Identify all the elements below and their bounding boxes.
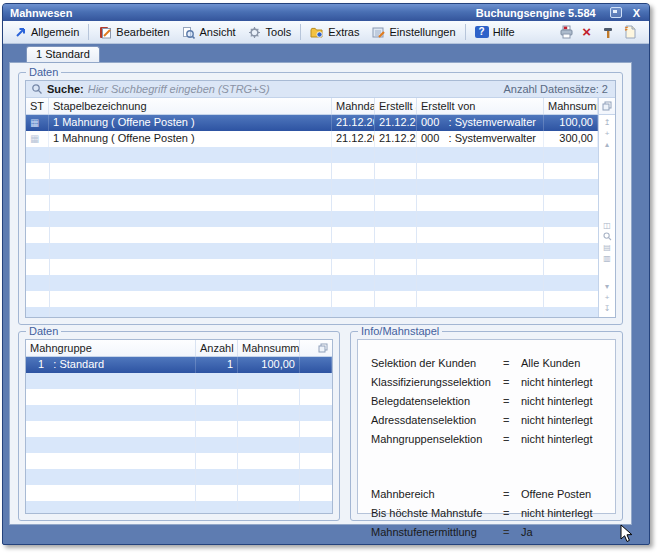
extras-icon — [310, 26, 324, 39]
table-row[interactable]: ▦ 1 Mahnung ( Offene Posten ) 21.12.2016… — [26, 115, 598, 131]
cell-erstellt-am: 21.12.2016 — [375, 115, 417, 131]
menu-einstellungen[interactable]: Einstellungen — [365, 24, 461, 41]
info-label: Klassifizierungsselektion — [371, 376, 503, 388]
table-side-toolbar: ↥ + ▴ ◫ ▤ ▥ ▾ + ↧ — [598, 98, 615, 317]
groupbox-label: Info/Mahnstapel — [358, 325, 442, 337]
menu-extras[interactable]: Extras — [304, 24, 365, 41]
info-separator: = — [503, 488, 521, 500]
info-value: nicht hinterlegt — [521, 414, 593, 426]
info-mahnstapel-groupbox: Info/Mahnstapel Selektion der Kunden = A… — [350, 331, 623, 521]
scroll-to-bottom-icon[interactable]: ↧ — [604, 304, 611, 313]
menu-separator — [300, 24, 301, 40]
help-icon: ? — [475, 26, 489, 38]
menu-label: Hilfe — [493, 26, 515, 38]
tab-strip: 1 Standard — [3, 44, 649, 62]
mahngruppe-table-panel: Mahngruppe Anzahl Mahnsumme € 1 : Standa… — [25, 339, 333, 514]
col-header-mahnsumme[interactable]: Mahnsumme € — [544, 98, 598, 114]
view-icon — [182, 26, 196, 39]
tools-icon — [248, 26, 262, 39]
menu-hilfe[interactable]: ? Hilfe — [469, 24, 521, 40]
search-bar: Suche: Anzahl Datensätze: 2 — [26, 81, 615, 98]
menu-allgemein[interactable]: Allgemein — [7, 24, 85, 41]
cell-mahnsumme: 300,00 — [544, 131, 598, 147]
info-label: Mahnbereich — [371, 488, 503, 500]
mahngruppe-groupbox: Daten Mahngruppe Anzahl Mahnsumme € 1 : … — [18, 331, 340, 521]
info-label: Belegdatenselektion — [371, 395, 503, 407]
col-header-stapelbezeichnung[interactable]: Stapelbezeichnung — [49, 98, 332, 114]
info-label: Bis höchste Mahnstufe — [371, 507, 503, 519]
scroll-up-icon[interactable]: ▴ — [605, 140, 609, 149]
scroll-to-top-icon[interactable]: ↥ — [604, 118, 611, 127]
info-value: nicht hinterlegt — [521, 395, 593, 407]
col-header-mahnsumme[interactable]: Mahnsumme € — [238, 340, 300, 356]
col-header-erstellt-von[interactable]: Erstellt von — [417, 98, 544, 114]
cell-mahndatum: 21.12.2016 — [332, 131, 375, 147]
delete-icon[interactable]: × — [582, 26, 591, 38]
tab-standard[interactable]: 1 Standard — [26, 46, 100, 62]
magnifier-icon[interactable] — [603, 232, 612, 241]
mahnstapel-table-panel: Suche: Anzahl Datensätze: 2 ST Stapelbez… — [25, 80, 616, 318]
engine-version-label: Buchungsengine 5.584 — [476, 7, 596, 19]
column-select-icon[interactable]: ◫ — [603, 221, 611, 230]
menu-tools[interactable]: Tools — [242, 24, 298, 41]
cell-erstellt-von: 000 : Systemverwalter — [417, 115, 544, 131]
content-panel: Daten Suche: Anzahl Datensätze: 2 ST Sta… — [9, 62, 632, 525]
info-separator: = — [503, 526, 521, 538]
details-view-icon[interactable]: ▥ — [603, 254, 611, 263]
info-value: Offene Posten — [521, 488, 591, 500]
table-header: Mahngruppe Anzahl Mahnsumme € — [26, 340, 332, 357]
info-row: Selektion der Kunden = Alle Kunden — [371, 353, 615, 372]
table-row[interactable]: 1 : Standard 1 100,00 — [26, 357, 332, 373]
scroll-down-plus-icon[interactable]: + — [605, 293, 610, 302]
menu-bearbeiten[interactable]: Bearbeiten — [92, 24, 175, 41]
groupbox-label: Daten — [26, 325, 61, 337]
menu-label: Allgemein — [31, 26, 79, 38]
cell-mahnsumme: 100,00 — [544, 115, 598, 131]
info-separator: = — [503, 357, 521, 369]
copy-icon[interactable] — [602, 101, 612, 111]
daten-groupbox: Daten Suche: Anzahl Datensätze: 2 ST Sta… — [18, 72, 623, 325]
copy-icon[interactable] — [318, 343, 328, 353]
info-label: Adressdatenselektion — [371, 414, 503, 426]
restore-window-icon[interactable] — [610, 7, 622, 18]
new-document-icon[interactable] — [623, 26, 637, 39]
col-header-anzahl[interactable]: Anzahl — [196, 340, 238, 356]
menu-label: Extras — [328, 26, 359, 38]
window-title: Mahnwesen — [10, 7, 72, 19]
info-value: Alle Kunden — [521, 357, 580, 369]
col-header-mahngruppe[interactable]: Mahngruppe — [26, 340, 196, 356]
info-row: Mahngruppenselektion = nicht hinterlegt — [371, 429, 615, 448]
search-label: Suche: — [47, 83, 84, 95]
info-value: nicht hinterlegt — [521, 433, 593, 445]
menu-ansicht[interactable]: Ansicht — [176, 24, 242, 41]
hammer-icon[interactable] — [600, 26, 614, 39]
close-button[interactable]: X — [631, 7, 642, 19]
col-header-erstellt-am[interactable]: Erstellt am — [375, 98, 417, 114]
col-header-mahndatum[interactable]: Mahndatum — [332, 98, 375, 114]
col-header-st[interactable]: ST — [26, 98, 49, 114]
cell-mahngruppe: 1 : Standard — [26, 357, 196, 373]
info-separator: = — [503, 376, 521, 388]
row-type-grid-icon: ▦ — [26, 131, 49, 147]
search-input[interactable] — [88, 83, 500, 95]
scroll-up-plus-icon[interactable]: + — [605, 129, 610, 138]
scroll-down-icon[interactable]: ▾ — [605, 282, 609, 291]
app-window: Mahnwesen Buchungsengine 5.584 X Allgeme… — [2, 3, 650, 545]
menu-label: Ansicht — [200, 26, 236, 38]
cell-stapelbezeichnung: 1 Mahnung ( Offene Posten ) — [49, 131, 332, 147]
info-row: Bis höchste Mahnstufe = nicht hinterlegt — [371, 503, 615, 522]
cell-stapelbezeichnung: 1 Mahnung ( Offene Posten ) — [49, 115, 332, 131]
menu-separator — [88, 24, 89, 40]
empty-rows-area — [26, 373, 332, 513]
menu-separator — [465, 24, 466, 40]
cell-mahnsumme: 100,00 — [238, 357, 300, 373]
cell-erstellt-am: 21.12.2016 — [375, 131, 417, 147]
info-label: Mahnstufenermittlung — [371, 526, 503, 538]
info-row: Mahnstufenermittlung = Ja — [371, 522, 615, 541]
info-value: nicht hinterlegt — [521, 507, 593, 519]
rows-view-icon[interactable]: ▤ — [603, 243, 611, 252]
info-label: Selektion der Kunden — [371, 357, 503, 369]
print-report-icon[interactable] — [559, 26, 573, 39]
table-row[interactable]: ▦ 1 Mahnung ( Offene Posten ) 21.12.2016… — [26, 131, 598, 147]
menu-bar: Allgemein Bearbeiten Ansicht Tools — [3, 21, 649, 44]
